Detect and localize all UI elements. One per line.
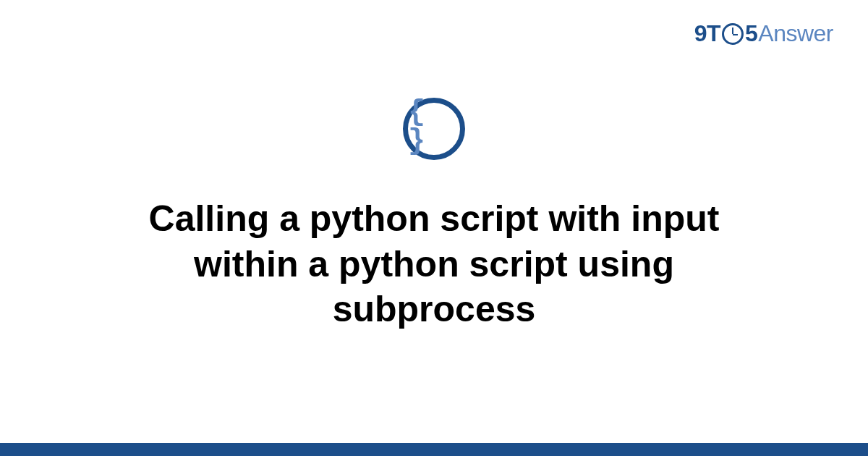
category-icon-ring: { } (403, 98, 465, 160)
logo-text-answer: Answer (758, 20, 833, 47)
main-content: { } Calling a python script with input w… (0, 98, 868, 332)
site-logo: 9T 5 Answer (694, 20, 833, 47)
footer-bar (0, 443, 868, 456)
braces-icon: { } (408, 98, 460, 156)
logo-text-5: 5 (745, 20, 757, 47)
logo-text-9t: 9T (694, 20, 720, 47)
page-title: Calling a python script with input withi… (80, 196, 788, 332)
clock-icon (722, 23, 744, 45)
